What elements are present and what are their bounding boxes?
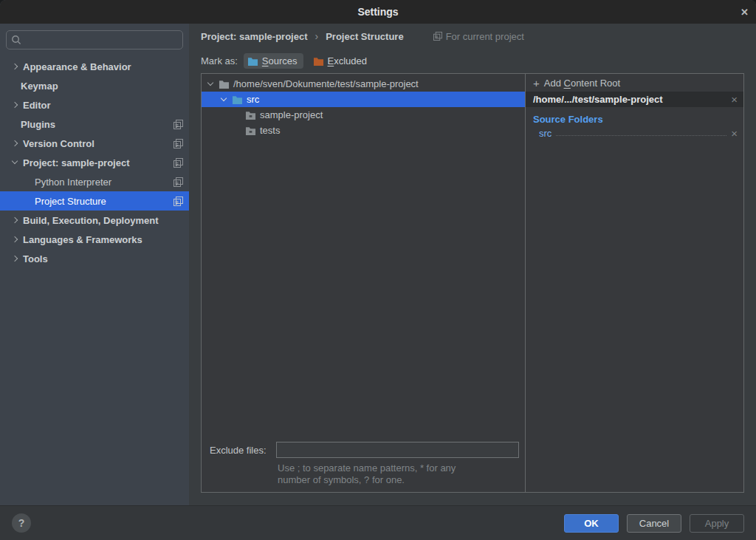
breadcrumb-page-title: Project Structure bbox=[326, 31, 403, 42]
breadcrumb: Project: sample-project › Project Struct… bbox=[189, 24, 756, 49]
chevron-right-icon[interactable] bbox=[10, 100, 21, 110]
content-root-header[interactable]: /home/.../test/sample-project × bbox=[526, 92, 743, 107]
sidebar-item-label: Project Structure bbox=[35, 196, 106, 207]
scope-label: For current project bbox=[446, 31, 524, 42]
sidebar-item-project-structure[interactable]: Project Structure bbox=[0, 191, 189, 211]
mark-as-sources-button[interactable]: Sources bbox=[244, 53, 303, 69]
chevron-down-icon[interactable] bbox=[10, 157, 21, 168]
plus-icon: + bbox=[533, 77, 540, 89]
dialog-footer: ? OK Cancel Apply bbox=[0, 505, 756, 540]
dialog-body: Appearance & Behavior Keymap Editor Plug… bbox=[0, 24, 756, 505]
excluded-folder-icon bbox=[313, 56, 324, 66]
sidebar-item-languages-frameworks[interactable]: Languages & Frameworks bbox=[0, 230, 189, 249]
sidebar-item-version-control[interactable]: Version Control bbox=[0, 134, 189, 153]
cancel-button[interactable]: Cancel bbox=[627, 514, 681, 533]
mark-as-toolbar: Mark as: Sources Excluded bbox=[189, 49, 756, 73]
sidebar-item-label: Plugins bbox=[21, 119, 55, 130]
tree-row-sample-project[interactable]: sample-project bbox=[202, 107, 525, 123]
chevron-right-icon[interactable] bbox=[10, 253, 21, 264]
mark-as-excluded-label: Excluded bbox=[328, 55, 367, 66]
sidebar-item-plugins[interactable]: Plugins bbox=[0, 115, 189, 134]
search-icon bbox=[11, 35, 21, 45]
add-content-root-button[interactable]: + Add Content Root bbox=[526, 74, 743, 92]
source-folder-icon bbox=[232, 95, 243, 105]
breadcrumb-separator-icon: › bbox=[315, 30, 319, 42]
tree-row-label: /home/sven/Dokumente/test/sample-project bbox=[233, 78, 419, 89]
content-root-detail-panel: + Add Content Root /home/.../test/sample… bbox=[526, 74, 743, 492]
sidebar-item-label: Appearance & Behavior bbox=[23, 61, 131, 72]
sidebar-item-label: Version Control bbox=[23, 138, 94, 149]
content-root-path: /home/.../test/sample-project bbox=[533, 94, 731, 105]
chevron-right-icon[interactable] bbox=[10, 138, 21, 148]
ok-button[interactable]: OK bbox=[564, 514, 619, 533]
project-level-settings-icon bbox=[173, 196, 183, 206]
project-level-settings-icon bbox=[173, 139, 183, 148]
help-button[interactable]: ? bbox=[12, 513, 31, 533]
exclude-files-input[interactable] bbox=[276, 442, 519, 458]
tree-row-src[interactable]: src bbox=[202, 92, 525, 107]
project-level-settings-icon bbox=[433, 32, 442, 41]
exclude-files-label: Exclude files: bbox=[210, 445, 267, 456]
tree-row-tests[interactable]: tests bbox=[202, 123, 525, 138]
sidebar-item-keymap[interactable]: Keymap bbox=[0, 76, 189, 95]
source-folder-name: src bbox=[539, 128, 551, 139]
titlebar: Settings ✕ bbox=[0, 0, 756, 24]
chevron-right-icon[interactable] bbox=[10, 234, 21, 245]
add-content-root-label: Add Content Root bbox=[544, 78, 620, 89]
apply-button[interactable]: Apply bbox=[690, 514, 744, 533]
sidebar-item-editor[interactable]: Editor bbox=[0, 95, 189, 115]
breadcrumb-project[interactable]: Project: sample-project bbox=[201, 31, 308, 42]
tree-row-content-root[interactable]: /home/sven/Dokumente/test/sample-project bbox=[202, 76, 525, 92]
remove-source-folder-icon[interactable]: × bbox=[731, 128, 738, 139]
sidebar-item-label: Tools bbox=[23, 253, 48, 264]
scope-indicator: For current project bbox=[433, 31, 524, 42]
settings-dialog: Settings ✕ Appearance & Behavior bbox=[0, 0, 756, 540]
chevron-down-icon[interactable] bbox=[219, 95, 230, 105]
mark-as-sources-label: Sources bbox=[262, 55, 298, 66]
source-folder-icon bbox=[247, 56, 258, 66]
remove-content-root-icon[interactable]: × bbox=[731, 94, 738, 105]
tree-row-label: tests bbox=[260, 125, 280, 136]
settings-search-box[interactable] bbox=[6, 30, 183, 49]
settings-sidebar: Appearance & Behavior Keymap Editor Plug… bbox=[0, 24, 189, 505]
sidebar-item-label: Editor bbox=[23, 100, 51, 111]
chevron-right-icon[interactable] bbox=[10, 215, 21, 225]
folder-icon bbox=[245, 110, 256, 120]
sidebar-item-tools[interactable]: Tools bbox=[0, 249, 189, 268]
project-level-settings-icon bbox=[173, 177, 183, 187]
close-icon[interactable]: ✕ bbox=[740, 0, 749, 24]
source-folder-entry-src[interactable]: src × bbox=[526, 126, 743, 140]
question-mark-icon: ? bbox=[18, 517, 25, 529]
dotted-leader bbox=[556, 135, 726, 136]
project-level-settings-icon bbox=[173, 158, 183, 168]
sidebar-item-python-interpreter[interactable]: Python Interpreter bbox=[0, 172, 189, 191]
content-root-tree: /home/sven/Dokumente/test/sample-project… bbox=[202, 74, 526, 492]
sidebar-item-label: Languages & Frameworks bbox=[23, 234, 142, 245]
chevron-right-icon[interactable] bbox=[10, 61, 21, 72]
settings-main-area: Project: sample-project › Project Struct… bbox=[189, 24, 756, 505]
tree-row-label: sample-project bbox=[260, 109, 323, 120]
source-folders-title: Source Folders bbox=[533, 114, 743, 125]
folder-icon bbox=[219, 79, 230, 89]
sidebar-item-project-sample-project[interactable]: Project: sample-project bbox=[0, 153, 189, 172]
dialog-title: Settings bbox=[357, 6, 398, 18]
sidebar-item-label: Project: sample-project bbox=[23, 157, 130, 168]
chevron-down-icon[interactable] bbox=[206, 79, 216, 89]
sidebar-list: Appearance & Behavior Keymap Editor Plug… bbox=[0, 57, 189, 268]
sidebar-item-label: Build, Execution, Deployment bbox=[23, 215, 158, 226]
mark-as-excluded-button[interactable]: Excluded bbox=[309, 53, 373, 69]
exclude-files-section: Exclude files: Use ; to separate name pa… bbox=[202, 442, 525, 492]
exclude-files-hint: Use ; to separate name patterns, * for a… bbox=[278, 462, 519, 486]
sidebar-item-build-execution-deployment[interactable]: Build, Execution, Deployment bbox=[0, 211, 189, 230]
mark-as-label: Mark as: bbox=[201, 55, 238, 66]
tree-row-label: src bbox=[247, 94, 259, 105]
project-structure-panels: /home/sven/Dokumente/test/sample-project… bbox=[201, 73, 744, 493]
project-level-settings-icon bbox=[173, 120, 183, 129]
sidebar-item-label: Python Interpreter bbox=[35, 177, 111, 188]
sidebar-item-label: Keymap bbox=[21, 81, 58, 92]
sidebar-item-appearance-behavior[interactable]: Appearance & Behavior bbox=[0, 57, 189, 76]
folder-icon bbox=[245, 126, 256, 136]
